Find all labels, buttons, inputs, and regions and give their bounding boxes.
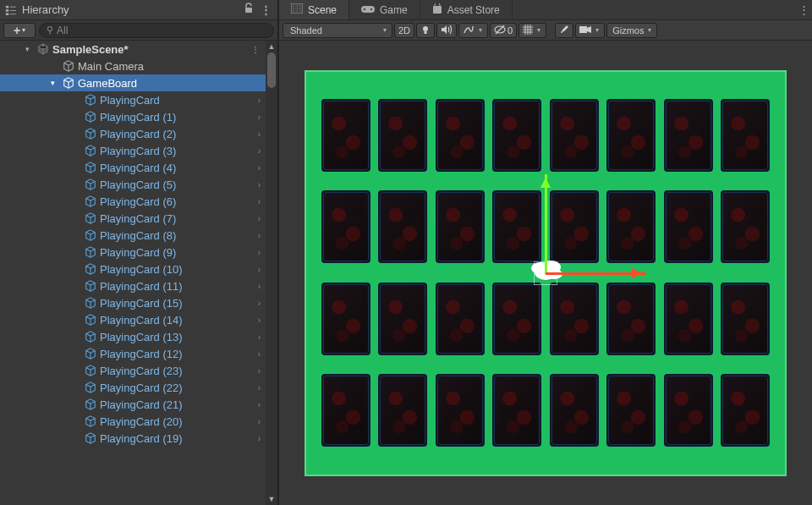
playing-card[interactable] (606, 374, 656, 447)
tree-item-playingcard[interactable]: PlayingCard (22)› (0, 379, 266, 396)
prefab-chevron-icon[interactable]: › (258, 96, 266, 105)
prefab-chevron-icon[interactable]: › (258, 383, 266, 392)
prefab-chevron-icon[interactable]: › (258, 265, 266, 274)
tree-item-playingcard[interactable]: PlayingCard (10)› (0, 261, 266, 277)
playing-card[interactable] (550, 283, 599, 355)
playing-card[interactable] (436, 283, 485, 355)
effects-dropdown[interactable]: ▾ (458, 23, 488, 38)
prefab-chevron-icon[interactable]: › (258, 299, 266, 308)
playing-card[interactable] (492, 99, 541, 172)
prefab-chevron-icon[interactable]: › (258, 113, 266, 122)
playing-card[interactable] (436, 190, 485, 263)
search-input[interactable]: ⚲ All (39, 23, 274, 38)
playing-card[interactable] (664, 374, 713, 447)
playing-card[interactable] (550, 374, 599, 447)
panel-menu-icon[interactable]: ⋮ (261, 3, 272, 16)
prefab-chevron-icon[interactable]: › (258, 248, 266, 257)
playing-card[interactable] (321, 374, 370, 447)
playing-card[interactable] (721, 190, 770, 263)
scroll-thumb[interactable] (267, 52, 276, 88)
tree-item-playingcard[interactable]: PlayingCard (12)› (0, 345, 266, 362)
scene-menu-icon[interactable]: ⋮ (251, 45, 266, 54)
playing-card[interactable] (378, 190, 427, 263)
playing-card[interactable] (664, 283, 713, 355)
prefab-chevron-icon[interactable]: › (258, 282, 266, 291)
tree-item-main-camera[interactable]: Main Camera (0, 58, 266, 74)
tool-button[interactable] (555, 23, 573, 38)
playing-card[interactable] (721, 283, 770, 355)
tree-item-playingcard[interactable]: PlayingCard (15)› (0, 294, 266, 311)
tree-item-playingcard[interactable]: PlayingCard (23)› (0, 362, 266, 379)
tree-item-playingcard[interactable]: PlayingCard (13)› (0, 328, 266, 345)
camera-dropdown[interactable]: ▾ (575, 23, 605, 38)
prefab-chevron-icon[interactable]: › (258, 129, 266, 139)
tree-item-gameboard[interactable]: ▾GameBoard (0, 74, 266, 91)
prefab-chevron-icon[interactable]: › (258, 231, 266, 240)
scene-row[interactable]: ▾SampleScene*⋮ (0, 41, 266, 58)
playing-card[interactable] (664, 190, 713, 263)
visibility-toggle[interactable]: 0 (490, 23, 517, 38)
prefab-chevron-icon[interactable]: › (258, 434, 266, 443)
tree-item-playingcard[interactable]: PlayingCard› (0, 91, 266, 108)
gizmo-x-axis[interactable] (546, 272, 645, 275)
playing-card[interactable] (664, 99, 713, 172)
lighting-toggle[interactable] (416, 23, 435, 38)
tree-item-playingcard[interactable]: PlayingCard (3)› (0, 142, 266, 159)
scrollbar[interactable]: ▲ ▼ (266, 41, 277, 505)
tree-item-playingcard[interactable]: PlayingCard (11)› (0, 277, 266, 294)
tree-item-playingcard[interactable]: PlayingCard (7)› (0, 210, 266, 227)
2d-toggle[interactable]: 2D (394, 23, 414, 38)
shading-dropdown[interactable]: Shaded ▾ (283, 23, 392, 38)
create-button[interactable]: + ▾ (3, 23, 36, 38)
tabs-menu-icon[interactable]: ⋮ (795, 0, 812, 19)
transform-gizmo[interactable] (546, 273, 546, 274)
expand-arrow-icon[interactable]: ▾ (51, 79, 59, 87)
tree-item-playingcard[interactable]: PlayingCard (4)› (0, 159, 266, 176)
gizmos-dropdown[interactable]: Gizmos ▾ (606, 23, 657, 38)
tree-item-playingcard[interactable]: PlayingCard (20)› (0, 413, 266, 430)
prefab-chevron-icon[interactable]: › (258, 197, 266, 206)
prefab-chevron-icon[interactable]: › (258, 214, 266, 223)
tree-item-playingcard[interactable]: PlayingCard (14)› (0, 311, 266, 328)
playing-card[interactable] (378, 99, 427, 172)
tab-asset-store[interactable]: Asset Store (420, 0, 513, 19)
tab-game[interactable]: Game (349, 0, 420, 19)
tree-item-playingcard[interactable]: PlayingCard (8)› (0, 227, 266, 244)
audio-toggle[interactable] (436, 23, 457, 38)
playing-card[interactable] (321, 190, 370, 263)
playing-card[interactable] (378, 283, 427, 355)
playing-card[interactable] (721, 374, 770, 447)
scroll-down-icon[interactable]: ▼ (266, 493, 277, 505)
playing-card[interactable] (492, 283, 541, 355)
tree-item-playingcard[interactable]: PlayingCard (2)› (0, 125, 266, 142)
prefab-chevron-icon[interactable]: › (258, 163, 266, 173)
scroll-up-icon[interactable]: ▲ (266, 41, 277, 52)
prefab-chevron-icon[interactable]: › (258, 180, 266, 189)
tree-item-playingcard[interactable]: PlayingCard (19)› (0, 430, 266, 447)
prefab-chevron-icon[interactable]: › (258, 332, 266, 342)
prefab-chevron-icon[interactable]: › (258, 366, 266, 376)
grid-dropdown[interactable]: ▾ (518, 23, 546, 38)
prefab-chevron-icon[interactable]: › (258, 417, 266, 426)
tree-item-playingcard[interactable]: PlayingCard (1)› (0, 108, 266, 125)
lock-icon[interactable] (244, 3, 254, 17)
playing-card[interactable] (606, 190, 656, 263)
playing-card[interactable] (321, 99, 370, 172)
playing-card[interactable] (436, 374, 485, 447)
playing-card[interactable] (436, 99, 485, 172)
tree-item-playingcard[interactable]: PlayingCard (6)› (0, 193, 266, 210)
playing-card[interactable] (550, 99, 599, 172)
playing-card[interactable] (492, 374, 541, 447)
tree-item-playingcard[interactable]: PlayingCard (5)› (0, 176, 266, 193)
tree-item-playingcard[interactable]: PlayingCard (9)› (0, 244, 266, 261)
playing-card[interactable] (606, 99, 656, 172)
playing-card[interactable] (378, 374, 427, 447)
playing-card[interactable] (550, 190, 599, 263)
playing-card[interactable] (721, 99, 770, 172)
prefab-chevron-icon[interactable]: › (258, 400, 266, 409)
tree-item-playingcard[interactable]: PlayingCard (21)› (0, 396, 266, 413)
prefab-chevron-icon[interactable]: › (258, 146, 266, 156)
expand-arrow-icon[interactable]: ▾ (25, 45, 34, 53)
playing-card[interactable] (606, 283, 656, 355)
prefab-chevron-icon[interactable]: › (258, 316, 266, 325)
